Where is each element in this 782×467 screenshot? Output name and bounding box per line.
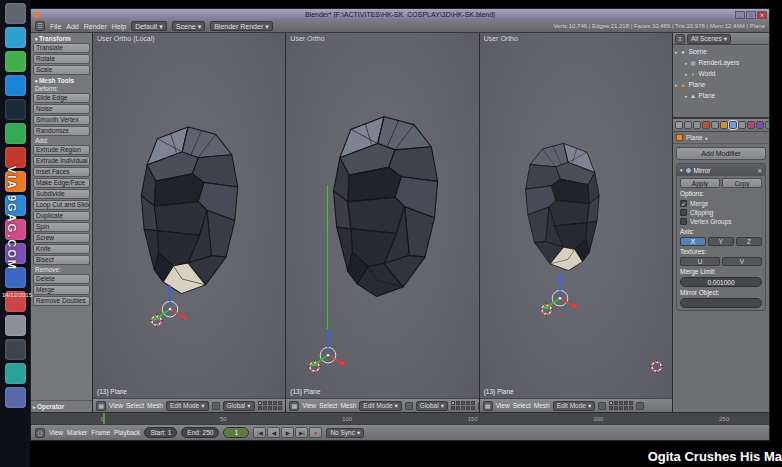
- minimize-button[interactable]: _: [735, 11, 745, 19]
- viewport-1[interactable]: User Ortho (Local) (13) Plane ▦ View Sel…: [93, 33, 286, 412]
- toolshelf-item[interactable]: Mesh Tools: [33, 76, 90, 84]
- app-icon[interactable]: [5, 99, 26, 120]
- mode-dropdown[interactable]: Edit Mode ▾: [166, 401, 209, 411]
- toolshelf-item[interactable]: Translate: [33, 43, 90, 53]
- view-menu[interactable]: View: [302, 402, 316, 409]
- editor-type-icon[interactable]: ▦: [96, 401, 106, 411]
- toolshelf-item[interactable]: Subdivide: [33, 189, 90, 199]
- toolshelf-item[interactable]: Loop Cut and Slide: [33, 200, 90, 210]
- view-menu[interactable]: View: [496, 402, 510, 409]
- properties-tab-icon[interactable]: [675, 121, 683, 129]
- axis-toggle[interactable]: X: [680, 237, 706, 246]
- toolshelf-item[interactable]: Slide Edge: [33, 93, 90, 103]
- outliner-row[interactable]: ▸ ● Scene: [675, 46, 767, 57]
- toolshelf-item[interactable]: Scale: [33, 65, 90, 75]
- toolshelf-item[interactable]: Randomize: [33, 126, 90, 136]
- toolshelf-item[interactable]: Remove Doubles: [33, 296, 90, 306]
- render-engine-dropdown[interactable]: Blender Render ▾: [210, 21, 273, 31]
- app-icon[interactable]: [5, 75, 26, 96]
- snap-magnet-icon[interactable]: [636, 402, 644, 410]
- toolshelf-item[interactable]: Deform:: [33, 85, 90, 92]
- operator-panel-header[interactable]: Operator: [31, 400, 92, 412]
- title-bar[interactable]: Blender* [F:\ACTIVITES\HK-SK_COSPLAY\3D\…: [31, 9, 769, 20]
- expand-icon[interactable]: ▸: [685, 93, 688, 99]
- timeline-editor-icon[interactable]: ◷: [35, 428, 45, 438]
- select-menu[interactable]: Select: [126, 402, 144, 409]
- modifier-close-icon[interactable]: ✕: [757, 167, 762, 174]
- mode-dropdown[interactable]: Edit Mode ▾: [359, 401, 402, 411]
- layers-widget[interactable]: [609, 401, 633, 410]
- expand-icon[interactable]: ▸: [685, 60, 688, 66]
- toolshelf-item[interactable]: Rotate: [33, 54, 90, 64]
- transport-button[interactable]: ●: [309, 427, 322, 438]
- properties-tab-icon[interactable]: [711, 121, 719, 129]
- orientation-dropdown[interactable]: Global ▾: [416, 401, 448, 411]
- maximize-button[interactable]: □: [746, 11, 756, 19]
- properties-tab-icon[interactable]: [765, 121, 769, 129]
- toolshelf-item[interactable]: Make Edge/Face: [33, 178, 90, 188]
- properties-tab-icon[interactable]: [693, 121, 701, 129]
- shading-dropdown-icon[interactable]: [212, 402, 220, 410]
- copy-button[interactable]: Copy: [722, 178, 762, 188]
- select-menu[interactable]: Select: [513, 402, 531, 409]
- merge-limit-field[interactable]: 0.001000: [680, 277, 762, 287]
- outliner-row[interactable]: ▸ ▦ RenderLayers: [675, 57, 767, 68]
- app-icon[interactable]: [5, 3, 26, 24]
- checkbox[interactable]: [680, 209, 687, 216]
- viewport-2[interactable]: User Ortho (13) Plane ▦ View Select Mesh…: [286, 33, 479, 412]
- layers-widget[interactable]: [258, 401, 282, 410]
- editor-type-icon[interactable]: ▦: [483, 401, 493, 411]
- app-icon[interactable]: [5, 51, 26, 72]
- toolshelf-item[interactable]: Remove:: [33, 266, 90, 273]
- properties-tab-icon[interactable]: [702, 121, 710, 129]
- toolshelf-item[interactable]: Smooth Vertex: [33, 115, 90, 125]
- toolshelf-item[interactable]: Transform: [33, 34, 90, 42]
- current-frame-marker[interactable]: [103, 413, 105, 424]
- sync-dropdown[interactable]: No Sync ▾: [326, 428, 364, 438]
- expand-icon[interactable]: ▸: [675, 82, 678, 88]
- collapse-icon[interactable]: ▾: [680, 167, 683, 173]
- properties-tab-icon[interactable]: [738, 121, 746, 129]
- menu-item[interactable]: Render: [84, 23, 107, 30]
- frame-start-field[interactable]: Start: 1: [144, 427, 177, 438]
- toolshelf-item[interactable]: Screw: [33, 233, 90, 243]
- select-menu[interactable]: Select: [319, 402, 337, 409]
- outliner-row[interactable]: ▸ ◐ World: [675, 68, 767, 79]
- outliner-filter-dropdown[interactable]: All Scenes ▾: [687, 34, 731, 44]
- add-modifier-button[interactable]: Add Modifier: [676, 147, 766, 160]
- toolshelf-item[interactable]: Bisect: [33, 255, 90, 265]
- close-button[interactable]: ✕: [757, 11, 767, 19]
- scene-dropdown[interactable]: Scene ▾: [172, 21, 205, 31]
- toolshelf-item[interactable]: Duplicate: [33, 211, 90, 221]
- properties-tab-icon[interactable]: [684, 121, 692, 129]
- menu-item[interactable]: Add: [66, 23, 78, 30]
- mode-dropdown[interactable]: Edit Mode ▾: [553, 401, 596, 411]
- toolshelf-item[interactable]: Spin: [33, 222, 90, 232]
- toolshelf-item[interactable]: Add:: [33, 137, 90, 144]
- option-checkbox-row[interactable]: Clipping: [680, 208, 762, 217]
- transport-button[interactable]: ▶: [281, 427, 294, 438]
- app-icon[interactable]: [5, 315, 26, 336]
- apply-button[interactable]: Apply: [680, 178, 720, 188]
- properties-tab-icon[interactable]: [747, 121, 755, 129]
- expand-icon[interactable]: ▸: [675, 49, 678, 55]
- app-icon[interactable]: [5, 363, 26, 384]
- layout-dropdown[interactable]: Default ▾: [131, 21, 167, 31]
- checkbox[interactable]: [680, 218, 687, 225]
- mirror-object-field[interactable]: [680, 298, 762, 308]
- texture-toggle[interactable]: V: [722, 257, 762, 266]
- app-icon[interactable]: [5, 339, 26, 360]
- shading-dropdown-icon[interactable]: [405, 402, 413, 410]
- timeline-menu-item[interactable]: Marker: [67, 429, 87, 436]
- toolshelf-item[interactable]: Knife: [33, 244, 90, 254]
- transport-button[interactable]: ◀: [267, 427, 280, 438]
- menu-item[interactable]: Help: [112, 23, 126, 30]
- outliner-row[interactable]: ▸ ▲ Plane: [675, 90, 767, 101]
- editor-type-icon[interactable]: ▦: [289, 401, 299, 411]
- properties-tab-icon[interactable]: [756, 121, 764, 129]
- properties-tab-icon[interactable]: [729, 121, 737, 129]
- toolshelf-item[interactable]: Extrude Region: [33, 145, 90, 155]
- properties-tab-icon[interactable]: [720, 121, 728, 129]
- timeline-menu-item[interactable]: Frame: [91, 429, 110, 436]
- mesh-menu[interactable]: Mesh: [534, 402, 550, 409]
